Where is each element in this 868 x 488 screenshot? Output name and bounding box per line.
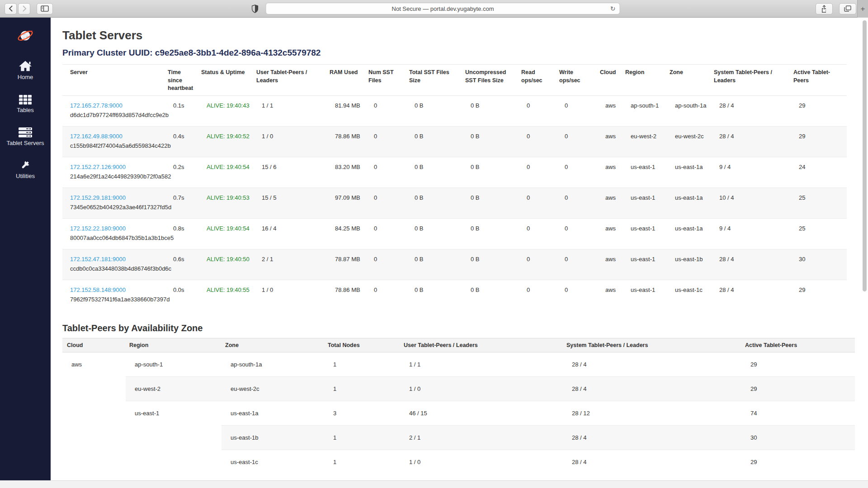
- active-peers-cell: 25: [790, 218, 847, 249]
- region-cell: us-east-1: [622, 249, 666, 280]
- az-cell: 30: [741, 426, 855, 450]
- az-cell: ap-south-1a: [222, 352, 324, 377]
- cloud-cell: aws: [596, 188, 622, 218]
- read-ops-cell: 0: [518, 188, 556, 218]
- planet-logo-icon: [16, 27, 34, 45]
- total-sst-size-cell: 0 B: [406, 249, 462, 280]
- new-tab-button[interactable]: +: [857, 0, 868, 18]
- share-button[interactable]: [816, 3, 833, 14]
- read-ops-cell: 0: [518, 95, 556, 126]
- heartbeat-cell: 0.8s: [164, 218, 198, 249]
- az-cell: 1: [324, 426, 400, 450]
- tablet-server-row: 172.152.58.148:90007962f975327f41f6a1ae3…: [62, 280, 847, 310]
- column-header: Total Nodes: [324, 338, 400, 352]
- column-header: Region: [126, 338, 222, 352]
- az-table-header-row: CloudRegionZoneTotal NodesUser Tablet-Pe…: [62, 338, 855, 352]
- server-address-link[interactable]: 172.162.49.88:9000: [70, 133, 123, 140]
- column-header: User Tablet-Peers / Leaders: [400, 338, 563, 352]
- server-cell: 172.152.27.126:9000214a6e29f1a24c4498293…: [62, 157, 164, 188]
- read-ops-cell: 0: [518, 157, 556, 188]
- server-uuid: 7345e0652b404292a3ae46f17327fd5d: [70, 203, 161, 212]
- az-cell: eu-west-2c: [222, 377, 324, 401]
- availability-zone-table: CloudRegionZoneTotal NodesUser Tablet-Pe…: [62, 338, 855, 474]
- az-cell: 29: [741, 352, 855, 377]
- server-uuid: d6dc1d7b97724ff693d857d4dfcc9e2b: [70, 111, 161, 120]
- az-row: eu-west-2eu-west-2c11 / 028 / 429: [62, 377, 855, 401]
- server-cell: 172.152.58.148:90007962f975327f41f6a1ae3…: [62, 280, 164, 310]
- az-cell: 1 / 1: [400, 352, 563, 377]
- column-header: Uncompressed SST Files Size: [462, 65, 518, 96]
- num-sst-cell: 0: [365, 249, 406, 280]
- region-cell: us-east-1: [622, 188, 666, 218]
- num-sst-cell: 0: [365, 157, 406, 188]
- system-peers-cell: 28 / 4: [710, 126, 790, 157]
- az-cell: 28 / 12: [563, 401, 741, 426]
- column-header: Cloud: [596, 65, 622, 96]
- sidebar-nav: Home Tables: [0, 18, 51, 480]
- sidebar-item-utilities[interactable]: Utilities: [0, 157, 51, 179]
- heartbeat-cell: 0.0s: [164, 280, 198, 310]
- ram-used-cell: 78.87 MB: [326, 249, 365, 280]
- server-address-link[interactable]: 172.152.22.180:9000: [70, 225, 126, 232]
- user-peers-cell: 15 / 6: [253, 157, 326, 188]
- server-address-link[interactable]: 172.152.58.148:9000: [70, 286, 126, 293]
- server-uuid: ccdb0c0ca33448038b4d86746f3b0d6c: [70, 265, 161, 273]
- az-cell: 29: [741, 377, 855, 401]
- status-cell: ALIVE: 19:40:43: [198, 95, 253, 126]
- region-cell: eu-west-2: [622, 126, 666, 157]
- sidebar-item-tablet-servers[interactable]: Tablet Servers: [0, 124, 51, 146]
- browser-toolbar: Not Secure — portal.dev.yugabyte.com ↻ +: [0, 0, 868, 18]
- sidebar-item-home[interactable]: Home: [0, 58, 51, 80]
- address-bar[interactable]: Not Secure — portal.dev.yugabyte.com ↻: [266, 3, 620, 14]
- write-ops-cell: 0: [556, 95, 596, 126]
- az-cell: 28 / 4: [563, 352, 741, 377]
- tab-overview-button[interactable]: [839, 3, 856, 14]
- content-blocker-button[interactable]: [248, 3, 262, 14]
- read-ops-cell: 0: [518, 218, 556, 249]
- az-cell: 1: [324, 450, 400, 474]
- az-cell: us-east-1b: [222, 426, 324, 450]
- server-uuid: c155b984f2f74004a5a6d559834c422b: [70, 142, 161, 150]
- num-sst-cell: 0: [365, 95, 406, 126]
- back-button[interactable]: [5, 3, 17, 14]
- active-peers-cell: 29: [790, 280, 847, 310]
- user-peers-cell: 1 / 0: [253, 280, 326, 310]
- forward-chevron-icon: [22, 5, 27, 12]
- server-address-link[interactable]: 172.152.29.181:9000: [70, 194, 126, 201]
- heartbeat-cell: 0.2s: [164, 157, 198, 188]
- status-cell: ALIVE: 19:40:53: [198, 188, 253, 218]
- az-cell: ap-south-1: [126, 352, 222, 377]
- server-address-link[interactable]: 172.152.47.181:9000: [70, 256, 126, 263]
- plus-icon: +: [861, 5, 865, 14]
- az-cell: 74: [741, 401, 855, 426]
- zone-cell: eu-west-2c: [666, 126, 710, 157]
- reload-icon[interactable]: ↻: [610, 5, 616, 12]
- heartbeat-cell: 0.1s: [164, 95, 198, 126]
- sidebar-toggle-button[interactable]: [37, 3, 53, 14]
- tablet-server-row: 172.162.49.88:9000c155b984f2f74004a5a6d5…: [62, 126, 847, 157]
- az-cell: eu-west-2: [126, 377, 222, 401]
- active-peers-cell: 30: [790, 249, 847, 280]
- sidebar-item-label: Tablet Servers: [6, 140, 44, 146]
- server-uuid: 214a6e29f1a24c449829390b72f0a582: [70, 173, 161, 181]
- vertical-scrollbar[interactable]: [863, 20, 867, 291]
- region-cell: us-east-1: [622, 280, 666, 310]
- column-header: System Tablet-Peers / Leaders: [563, 338, 741, 352]
- back-chevron-icon: [9, 5, 13, 12]
- zone-cell: us-east-1a: [666, 157, 710, 188]
- zone-cell: us-east-1a: [666, 188, 710, 218]
- system-peers-cell: 28 / 4: [710, 280, 790, 310]
- server-address-link[interactable]: 172.165.27.78:9000: [70, 102, 123, 109]
- az-section-title: Tablet-Peers by Availability Zone: [62, 323, 856, 333]
- sidebar-item-tables[interactable]: Tables: [0, 91, 51, 113]
- share-icon: [821, 5, 827, 13]
- write-ops-cell: 0: [556, 280, 596, 310]
- tablet-server-row: 172.152.47.181:9000ccdb0c0ca33448038b4d8…: [62, 249, 847, 280]
- zone-cell: ap-south-1a: [666, 95, 710, 126]
- server-address-link[interactable]: 172.152.27.126:9000: [70, 164, 126, 170]
- tables-icon: [19, 91, 32, 105]
- total-sst-size-cell: 0 B: [406, 188, 462, 218]
- az-cell: 28 / 4: [563, 450, 741, 474]
- yugabyte-logo[interactable]: [16, 27, 34, 47]
- forward-button[interactable]: [18, 3, 30, 14]
